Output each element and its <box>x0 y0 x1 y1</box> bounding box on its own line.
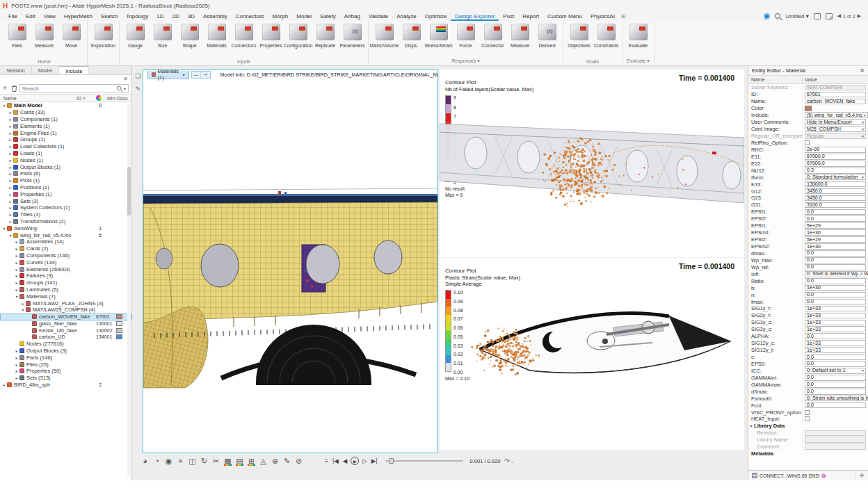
menu-item-topology[interactable]: Topology <box>122 12 152 21</box>
property-value-input[interactable]: 0.0 <box>805 257 866 263</box>
expander-icon[interactable]: ▾ <box>20 307 26 312</box>
property-value-input[interactable]: 5e+29 <box>805 222 866 229</box>
expander-icon[interactable]: ▸ <box>14 246 19 251</box>
tree-item-components-146[interactable]: ▸Components (146) <box>0 252 131 259</box>
menu-item-airbag[interactable]: Airbag <box>340 12 364 21</box>
expander-icon[interactable]: ▸ <box>14 273 19 278</box>
tree-item-nodes-1[interactable]: ▸Nodes (1) <box>0 156 131 163</box>
expander-icon[interactable]: ▸ <box>14 280 19 285</box>
tree-item-cards-33[interactable]: ▸Cards (33) <box>0 109 131 116</box>
browser-tab-session[interactable]: Session <box>0 66 32 74</box>
expander-icon[interactable]: ▸ <box>20 301 26 306</box>
exploration-button[interactable]: ⋯Exploration <box>90 22 117 63</box>
delete-trash-icon[interactable] <box>11 85 17 92</box>
property-checkbox[interactable] <box>805 140 810 145</box>
property-value-select[interactable]: 0: Strain rate smoothing is inactive ...… <box>805 396 868 402</box>
add-include-button[interactable]: + <box>3 85 9 92</box>
expander-icon[interactable]: ▸ <box>8 192 13 197</box>
expander-icon[interactable]: ▸ <box>8 110 13 115</box>
property-checkbox[interactable] <box>805 416 810 421</box>
expander-icon[interactable]: ▸ <box>8 124 13 129</box>
property-value-input[interactable]: 0.0 <box>805 333 866 339</box>
column-name[interactable]: Name <box>0 96 77 101</box>
property-value-input[interactable]: 1e+33 <box>805 347 866 353</box>
menu-item-report[interactable]: Report <box>518 12 543 21</box>
tree-item-laminates-5[interactable]: ▸Laminates (5) <box>0 286 131 293</box>
mass-volume-button[interactable]: ⋯Mass/Volume <box>371 22 398 58</box>
menu-item-hypermesh[interactable]: HyperMesh <box>60 12 97 21</box>
expander-icon[interactable]: ▾ <box>14 294 19 299</box>
menu-item-edit[interactable]: Edit <box>22 12 40 21</box>
force-button[interactable]: ⋯Force <box>452 22 479 58</box>
gauge-button[interactable]: ⋯Gauge <box>122 22 149 58</box>
property-value-input[interactable]: 67000.0 <box>805 161 866 167</box>
tree-item-nodes-277616[interactable]: Nodes (277616) <box>0 341 131 348</box>
session-dropdown[interactable]: Untitled ▾ <box>785 13 808 19</box>
tree-item-parts-146[interactable]: ▸Parts (146) <box>0 354 131 361</box>
tree-item-glass-fiber-fake[interactable]: glass_fiber_fake130001 <box>0 320 131 327</box>
menu-item-safety[interactable]: Safety <box>316 12 340 21</box>
menu-item-analyze[interactable]: Analyze <box>392 12 420 21</box>
property-value-input[interactable]: 0.0 <box>805 250 866 257</box>
center-target-icon[interactable]: ⌖ <box>175 455 186 466</box>
tree-item-wing-for-rad-v5-4-inc[interactable]: ▾wing_for_rad_v5.4.inc5 <box>0 231 131 238</box>
property-value-input[interactable]: 0.0 <box>805 299 866 305</box>
new-page-icon[interactable] <box>826 13 833 19</box>
materials-button[interactable]: ⋯Materials <box>203 22 230 58</box>
material-color-swatch[interactable] <box>116 328 122 333</box>
expander-icon[interactable]: ▸ <box>14 355 19 360</box>
expander-icon[interactable]: ▸ <box>14 239 19 244</box>
clip-plane-icon[interactable]: ◫ <box>186 455 198 466</box>
property-value-input[interactable]: 0.0 <box>805 278 866 284</box>
constraints-button[interactable]: ⋯Constraints <box>593 22 620 58</box>
tree-item-output-blocks-1[interactable]: ▸Output Blocks (1) <box>0 163 131 170</box>
tree-item-elements-1[interactable]: ▸Elements (1) <box>0 122 131 129</box>
property-value-input[interactable]: 1e+33 <box>805 306 866 312</box>
tree-item-positions-1[interactable]: ▸Positions (1) <box>0 184 131 191</box>
property-value-input[interactable]: 130000.0 <box>805 181 866 188</box>
property-value-select[interactable]: M25_COMPSH▾ <box>805 126 866 132</box>
property-value-input[interactable]: 1e+33 <box>805 313 866 319</box>
page-layout-icon[interactable] <box>814 13 821 19</box>
property-value-input[interactable]: 1e+30 <box>805 243 866 250</box>
expander-icon[interactable]: ▸ <box>8 212 13 217</box>
tree-item-groups-1[interactable]: ▸Groups (1) <box>0 136 131 143</box>
expander-icon[interactable]: ▸ <box>1 382 7 387</box>
rotate-view-icon[interactable]: ◕ <box>139 455 151 466</box>
property-value-input[interactable]: 67001 <box>805 92 866 98</box>
tree-item-carbon-ud[interactable]: carbon_UD134001 <box>0 334 131 341</box>
prev-frame-button[interactable]: ◀ <box>341 457 350 464</box>
color-swatch[interactable] <box>805 106 812 111</box>
size-button[interactable]: ⋯Size <box>149 22 176 58</box>
property-value-input[interactable]: 0.3 <box>805 168 866 174</box>
tree-item-bird-4lbs-sph[interactable]: ▸BIRD_4lbs_sph2 <box>0 382 131 389</box>
last-frame-button[interactable]: ▶| <box>369 457 380 464</box>
search-icon[interactable] <box>775 13 780 19</box>
configuration-button[interactable]: ⋯Configuration <box>284 22 312 58</box>
browser-tab-include[interactable]: Include <box>59 66 89 74</box>
property-value-input[interactable]: 1e+33 <box>805 340 866 346</box>
expander-icon[interactable]: ▾ <box>1 226 7 231</box>
bottom-right-viewport[interactable]: Time = 0.001400 Contour Plot Plastic Str… <box>440 258 744 450</box>
annotation-pencil-icon[interactable]: ✎ <box>134 85 143 94</box>
expander-icon[interactable]: ▸ <box>8 144 13 149</box>
tree-item-cards-2[interactable]: ▸Cards (2) <box>0 245 131 252</box>
property-value-input[interactable]: 1e+30 <box>805 285 866 291</box>
animation-slider[interactable] <box>385 460 463 462</box>
menu-item-validate[interactable]: Validate <box>364 12 392 21</box>
evaluate-button[interactable]: ⋯Evaluate <box>625 22 652 58</box>
tree-item-titles-1[interactable]: ▸Titles (1) <box>0 211 131 218</box>
menu-item-physicsai[interactable]: PhysicsAI <box>586 12 619 21</box>
property-value-input[interactable]: carbon_WOVEN_fake <box>805 99 866 105</box>
search-input[interactable] <box>22 86 114 92</box>
tree-item-system-collectors-1[interactable]: ▸System Collectors (1) <box>0 204 131 211</box>
disps-button[interactable]: ⋯Disps. <box>398 22 425 58</box>
top-right-viewport[interactable]: Time = 0.001400 Contour Plot Nb of Faile… <box>440 70 744 257</box>
animation-list-button[interactable]: ≡ <box>323 457 330 464</box>
property-value-input[interactable]: 1e+33 <box>805 320 866 326</box>
main-viewport-canvas[interactable] <box>143 79 437 453</box>
menu-item-file[interactable]: File <box>4 12 22 21</box>
property-value-input[interactable]: 0.0 <box>805 215 866 222</box>
expander-icon[interactable]: ▸ <box>14 375 19 380</box>
property-value-input[interactable]: 2e-09 <box>805 147 866 153</box>
